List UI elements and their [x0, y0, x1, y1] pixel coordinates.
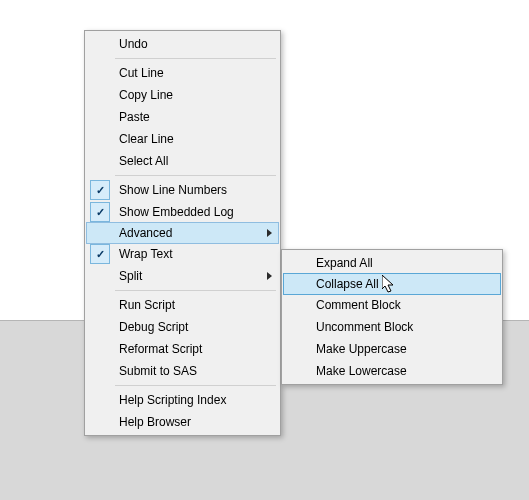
- menu-item-clear-line[interactable]: Clear Line: [87, 128, 278, 150]
- menu-item-label: Show Embedded Log: [113, 205, 260, 219]
- menu-item-help-scripting-index[interactable]: Help Scripting Index: [87, 389, 278, 411]
- context-menu-main: Undo Cut Line Copy Line Paste Clear Line…: [84, 30, 281, 436]
- menu-item-copy-line[interactable]: Copy Line: [87, 84, 278, 106]
- menu-item-label: Make Lowercase: [310, 364, 482, 378]
- menu-item-label: Collapse All: [310, 277, 482, 291]
- menu-item-label: Cut Line: [113, 66, 260, 80]
- menu-item-comment-block[interactable]: Comment Block: [284, 294, 500, 316]
- checkmark-icon: ✓: [90, 180, 110, 200]
- menu-item-label: Undo: [113, 37, 260, 51]
- menu-item-label: Copy Line: [113, 88, 260, 102]
- menu-separator: [115, 385, 276, 386]
- menu-item-label: Paste: [113, 110, 260, 124]
- menu-item-label: Advanced: [113, 226, 260, 240]
- submenu-arrow-icon: [267, 229, 272, 237]
- menu-separator: [115, 175, 276, 176]
- menu-item-label: Split: [113, 269, 260, 283]
- menu-item-make-uppercase[interactable]: Make Uppercase: [284, 338, 500, 360]
- menu-item-split[interactable]: Split: [87, 265, 278, 287]
- menu-item-collapse-all[interactable]: Collapse All: [283, 273, 501, 295]
- menu-item-label: Comment Block: [310, 298, 482, 312]
- checkmark-icon: ✓: [90, 202, 110, 222]
- context-menu-advanced: Expand All Collapse All Comment Block Un…: [281, 249, 503, 385]
- menu-item-reformat-script[interactable]: Reformat Script: [87, 338, 278, 360]
- menu-item-label: Expand All: [310, 256, 482, 270]
- menu-item-label: Submit to SAS: [113, 364, 260, 378]
- menu-item-label: Run Script: [113, 298, 260, 312]
- menu-item-label: Help Browser: [113, 415, 260, 429]
- menu-item-undo[interactable]: Undo: [87, 33, 278, 55]
- checkmark-icon: ✓: [90, 244, 110, 264]
- menu-item-wrap-text[interactable]: ✓ Wrap Text: [87, 243, 278, 265]
- menu-item-advanced[interactable]: Advanced: [86, 222, 279, 244]
- menu-item-label: Select All: [113, 154, 260, 168]
- menu-item-label: Reformat Script: [113, 342, 260, 356]
- menu-item-debug-script[interactable]: Debug Script: [87, 316, 278, 338]
- menu-separator: [115, 58, 276, 59]
- menu-item-make-lowercase[interactable]: Make Lowercase: [284, 360, 500, 382]
- menu-item-select-all[interactable]: Select All: [87, 150, 278, 172]
- menu-item-label: Make Uppercase: [310, 342, 482, 356]
- menu-item-label: Uncomment Block: [310, 320, 482, 334]
- menu-item-expand-all[interactable]: Expand All: [284, 252, 500, 274]
- menu-separator: [115, 290, 276, 291]
- menu-item-label: Clear Line: [113, 132, 260, 146]
- menu-item-label: Wrap Text: [113, 247, 260, 261]
- menu-item-run-script[interactable]: Run Script: [87, 294, 278, 316]
- menu-item-uncomment-block[interactable]: Uncomment Block: [284, 316, 500, 338]
- menu-item-label: Debug Script: [113, 320, 260, 334]
- menu-item-label: Help Scripting Index: [113, 393, 260, 407]
- menu-item-show-embedded-log[interactable]: ✓ Show Embedded Log: [87, 201, 278, 223]
- menu-item-paste[interactable]: Paste: [87, 106, 278, 128]
- menu-item-show-line-numbers[interactable]: ✓ Show Line Numbers: [87, 179, 278, 201]
- menu-item-help-browser[interactable]: Help Browser: [87, 411, 278, 433]
- submenu-arrow-icon: [267, 272, 272, 280]
- menu-item-label: Show Line Numbers: [113, 183, 260, 197]
- menu-item-submit-to-sas[interactable]: Submit to SAS: [87, 360, 278, 382]
- menu-item-cut-line[interactable]: Cut Line: [87, 62, 278, 84]
